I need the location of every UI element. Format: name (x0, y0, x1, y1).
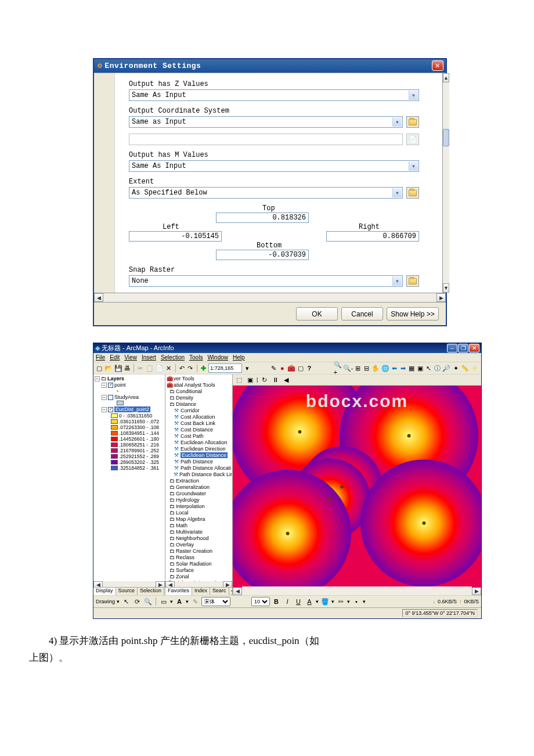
select-coord-sys[interactable]: Same as Input ▼ (129, 116, 403, 128)
open-icon[interactable]: 📂 (104, 363, 113, 373)
select-blank[interactable] (129, 134, 403, 145)
tool-item[interactable]: 🗀Solar Radiation (167, 561, 231, 567)
toolbox-tab-searc[interactable]: Searc (210, 588, 229, 595)
prev-extent-icon[interactable]: ⬅ (391, 363, 398, 373)
select-snap-raster[interactable]: None ▼ (129, 275, 403, 287)
select-features-icon[interactable]: ▦ (408, 363, 415, 373)
tool-item[interactable]: ⚒Path Distance Back Lin (167, 471, 231, 478)
tool-item[interactable]: 🗀Extraction (167, 478, 231, 484)
tool-item[interactable]: 🗀Density (167, 395, 231, 401)
layer-point[interactable]: point (114, 382, 126, 388)
extent-bottom-input[interactable]: -0.037039 (216, 250, 309, 260)
pointer-icon[interactable]: ↖ (425, 363, 432, 373)
tool-item[interactable]: 🗀Overlay (167, 542, 231, 548)
browse-coord-sys-btn[interactable] (406, 116, 419, 128)
font-size-select[interactable]: 10 (251, 597, 270, 606)
zoom-in-icon[interactable]: 🔍+ (334, 363, 342, 373)
tool-item[interactable]: 🗀Local (167, 510, 231, 516)
refresh-icon[interactable]: ↻ (259, 375, 269, 384)
tool-item[interactable]: ⚒Cost Back Link (167, 420, 231, 427)
main-toolbar[interactable]: ▢ 📂 💾 🖶 ✂ 📋 📄 ✕ ↶ ↷ ✚ ▾ ✎ ● 🧰 ▢ ? 🔍+ 🔍- (93, 362, 481, 375)
toc-panel[interactable]: −🗀Layers −✓point • −StudyArea −✓EucDist_… (93, 375, 165, 595)
tool-item[interactable]: 🗀Generalization (167, 484, 231, 491)
rect-icon[interactable]: ▭ (159, 597, 168, 606)
menubar[interactable]: FileEditViewInsertSelectionToolsWindowHe… (93, 353, 481, 362)
tool-item[interactable]: ⚒Corridor (167, 408, 231, 414)
tool-item[interactable]: 🗀Neighborhood (167, 535, 231, 542)
toolbox-tab-index[interactable]: Index (192, 588, 210, 595)
cancel-button[interactable]: Cancel (341, 307, 383, 321)
italic-icon[interactable]: I (283, 597, 292, 606)
tool-item[interactable]: 🗀Multivariate (167, 529, 231, 535)
browse-extent-btn[interactable] (406, 187, 419, 199)
maximize-button[interactable]: ❐ (458, 344, 468, 352)
layers-root[interactable]: Layers (107, 376, 124, 381)
add-data-icon[interactable]: ✚ (200, 363, 207, 373)
underline-icon[interactable]: U (294, 597, 303, 606)
vertical-scrollbar[interactable]: ▲ ▼ (443, 73, 449, 293)
tool-item[interactable]: 🧰ver Tools (167, 376, 231, 382)
tool-item[interactable]: ⚒Cost Distance (167, 427, 231, 433)
layer-eucdist[interactable]: EucDist_poin2 (114, 406, 150, 412)
toc-tab-selection[interactable]: Selection (138, 588, 164, 595)
layout-icon[interactable]: ⬚ (234, 375, 244, 384)
map-hscroll[interactable]: ◀▶ (233, 586, 481, 595)
toc-tab-display[interactable]: Display (93, 588, 116, 595)
extent-right-input[interactable]: 0.866709 (326, 231, 419, 242)
pan-icon[interactable]: ✋ (371, 363, 380, 373)
cmd-icon[interactable]: ▢ (297, 363, 304, 373)
select-extent[interactable]: As Specified Below ▼ (129, 187, 403, 199)
dialog-close-btn[interactable]: ✕ (432, 60, 443, 71)
extent-top-input[interactable]: 0.818326 (216, 213, 309, 223)
scroll-left-icon[interactable]: ◀ (94, 293, 103, 302)
print-icon[interactable]: 🖶 (124, 363, 131, 373)
drawing-toolbar[interactable]: Drawing▾ ↖ ⟳ 🔍 ▭▾ A▾ ✎ 宋体 10 B I U A▾ 🪣▾… (93, 595, 481, 607)
scale-input[interactable] (208, 363, 242, 373)
pause-icon[interactable]: ⏸ (270, 375, 280, 384)
delete-icon[interactable]: ✕ (165, 363, 172, 373)
new-icon[interactable]: ▢ (96, 363, 103, 373)
tool-item[interactable]: 🧰atial Analyst Tools (167, 382, 231, 388)
tool-item[interactable]: ⚒Cost Allocation (167, 414, 231, 420)
paste-icon[interactable]: 📄 (156, 363, 164, 373)
redo-icon[interactable]: ↷ (187, 363, 194, 373)
ok-button[interactable]: OK (296, 307, 338, 321)
toc-tabs[interactable]: DisplaySourceSelection (93, 587, 165, 595)
map-panel[interactable]: ⬚ ▣ | ↻ ⏸ ◀ bdocx.com (233, 375, 481, 595)
tool-item[interactable]: 🗀Distance (167, 401, 231, 408)
menu-help[interactable]: Help (233, 354, 245, 361)
toolbox-icon[interactable]: 🧰 (287, 363, 295, 373)
fixed-zoom-out-icon[interactable]: ⊟ (363, 363, 370, 373)
tool-item[interactable]: ⚒Euclidean Distance (167, 452, 231, 459)
menu-tools[interactable]: Tools (189, 354, 203, 361)
extent-left-input[interactable]: -0.105145 (129, 231, 222, 242)
text-icon[interactable]: A (175, 597, 184, 606)
show-help-button[interactable]: Show Help >> (387, 307, 439, 321)
toolbox-tabs[interactable]: FavoritesIndexSearc◀ ▶ (165, 587, 232, 595)
scroll-thumb[interactable] (443, 129, 449, 146)
map-secondary-toolbar[interactable]: ⬚ ▣ | ↻ ⏸ ◀ (233, 375, 481, 386)
zoom-out-icon[interactable]: 🔍- (344, 363, 353, 373)
menu-window[interactable]: Window (207, 354, 228, 361)
tool-item[interactable]: 🗀Raster Creation (167, 548, 231, 555)
clear-selection-icon[interactable]: ▣ (417, 363, 424, 373)
layer-studyarea[interactable]: StudyArea (114, 394, 139, 400)
tool-item[interactable]: 🗀Zonal (167, 574, 231, 580)
undo-icon[interactable]: ↶ (178, 363, 185, 373)
select-elements-icon[interactable]: ↖ (121, 597, 131, 606)
menu-file[interactable]: File (96, 354, 105, 361)
tool-item[interactable]: ⚒Euclidean Direction (167, 446, 231, 452)
toolbox-panel[interactable]: 🧰ver Tools🧰atial Analyst Tools🗀Condition… (165, 375, 233, 595)
scroll-right-icon[interactable]: ▶ (436, 293, 446, 302)
fill-color-icon[interactable]: 🪣 (320, 597, 330, 606)
full-extent-icon[interactable]: 🌐 (381, 363, 389, 373)
tool-item[interactable]: ⚒Cost Path (167, 433, 231, 440)
menu-edit[interactable]: Edit (110, 354, 120, 361)
tool-item[interactable]: 🗀Hydrology (167, 497, 231, 503)
toolbox-tab-favorites[interactable]: Favorites (165, 588, 192, 595)
font-select[interactable]: 宋体 (201, 597, 230, 606)
marker-color-icon[interactable]: • (352, 597, 361, 606)
menu-insert[interactable]: Insert (142, 354, 156, 361)
bold-icon[interactable]: B (272, 597, 281, 606)
dropdown-icon[interactable]: ▾ (244, 363, 251, 373)
